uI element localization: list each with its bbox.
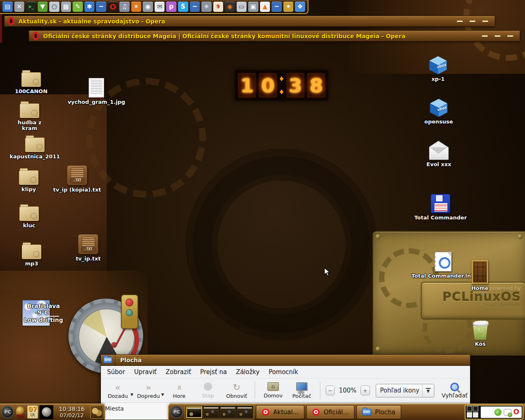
desktop-icon-mp3[interactable]: mp3 [13,244,50,267]
masks-icon[interactable] [90,405,103,419]
image-file-icon [89,78,104,98]
menu-file[interactable]: Súbor [103,367,130,377]
tools-icon[interactable]: ✕ [14,2,25,12]
desktop-icon-tv-ip[interactable]: .TXT tv_ip.txt [66,234,111,262]
menu-help[interactable]: Pomocník [264,367,303,377]
screenshot-icon[interactable]: ◉ [143,2,153,12]
pager-desktop-1[interactable] [186,406,202,418]
printer-icon[interactable]: ▭ [237,2,247,12]
taskbar-item-oficialni[interactable]: O Oficiál... [306,405,354,419]
menu-bookmarks[interactable]: Záložky [231,367,264,377]
resource-monitor-icon[interactable]: ~ [190,2,200,12]
system-monitor-icon[interactable]: ~ [96,2,106,12]
show-desktop-grid-icon[interactable] [466,406,479,419]
notes-editor-icon[interactable]: ✎ [73,2,83,12]
opera-window-2-titlebar[interactable]: Oficiální české stránky distribuce Magei… [29,30,520,41]
forward-dropdown-arrow[interactable]: ▼ [161,393,164,397]
gramophone-icon[interactable] [15,406,26,419]
reload-button[interactable]: ↻ Obnoviť [222,380,251,401]
side-pane-places[interactable]: Miesta [101,403,167,420]
computer-button[interactable]: Počítač [288,380,316,401]
desktop-icon-hudba-z-kram[interactable]: hudba z kram [10,103,49,131]
minimize-button[interactable] [457,21,463,22]
gears-settings-icon[interactable]: ✳ [201,2,212,12]
desktop-icon-trash[interactable]: ↻ Kôš [462,322,499,347]
stop-button[interactable]: Stop [194,380,222,401]
desktop-icon-label: mp3 [13,261,50,267]
terminal-icon[interactable]: >_ [26,2,36,12]
movie-music-icon[interactable]: ♫ [119,2,130,12]
calculator-icon[interactable]: ▦ [61,2,71,12]
pager-desktop-4[interactable] [237,406,253,418]
desktop-icon-vychod-gram[interactable]: vychod_gram_1.jpg [66,78,126,105]
mail-icon[interactable]: ✉ [155,2,165,12]
package-installer-icon[interactable]: ▼ [38,2,48,12]
desktop-icon-kluc[interactable]: kluc [11,206,48,228]
back-button[interactable]: « Dozadu [103,380,132,401]
folder-icon [20,103,39,118]
zoom-out-button[interactable]: − [326,386,335,395]
messenger-tray-icon[interactable] [504,409,511,415]
pidgin-icon[interactable]: p [166,2,176,12]
pager-desktop-2[interactable] [203,406,219,418]
network-places-icon[interactable]: ❖ [295,2,305,12]
desktop-icon-xp-1[interactable]: vbox xp-1 [420,56,457,82]
opera-window-1-titlebar[interactable]: Aktuality.sk - aktuálne spravodajstvo - … [4,16,495,27]
up-button[interactable]: » Hore [165,380,194,401]
network-monitor-icon[interactable]: ~ [272,2,282,12]
update-notifier-icon[interactable]: ✓ [494,409,502,416]
file-manager-icon[interactable]: ▤ [2,2,13,12]
desktop-icon-kapustnica[interactable]: kapustnica_2011 [8,137,62,160]
opera-browser-icon[interactable]: O [108,2,118,12]
menu-edit[interactable]: Upraviť [130,367,161,377]
close-button[interactable] [507,35,513,37]
pc-menu-button[interactable]: PC [170,406,183,418]
nixie-tube: 1 [237,72,257,98]
eye-viewer-icon[interactable]: ◉ [225,2,235,12]
menu-view[interactable]: Zobraziť [161,367,196,377]
desktop-icon-label: tv_ip.txt [66,256,111,262]
back-dropdown-arrow[interactable]: ▼ [130,393,133,397]
search-button[interactable]: Vyhľadať [442,383,468,399]
window-snapshot-icon[interactable]: ▣ [248,2,258,12]
file-manager-titlebar[interactable]: Plocha [101,355,470,366]
desktop-icon-total-commander[interactable]: Total Commander [413,194,468,221]
desktop-icon-tv-ip-kopia[interactable]: .TXT tv_ip (kópia).txt [49,165,105,193]
forward-button[interactable]: » Dopredu [134,380,163,401]
view-mode-select[interactable]: Pohľad ikony ▼ [376,384,434,397]
config-tool-icon[interactable]: ✱ [84,2,95,12]
taskbar-main-panel: PC O Aktual... O Oficiál... Plocha ✓ O [168,404,525,420]
clock-date: 07/02/12 [55,412,89,418]
minimize-button[interactable] [482,35,488,37]
taskbar-item-aktuality[interactable]: O Aktual... [256,405,304,419]
home-button[interactable]: Domov [259,380,288,401]
pager-desktop-3[interactable] [220,406,236,418]
media-player-icon[interactable]: ✶ [131,2,142,12]
desktop-icon-100canon[interactable]: 100CANON [12,72,50,94]
pc-menu-button[interactable]: PC [1,406,14,418]
calendar-widget[interactable]: 07 Ut [27,405,38,419]
skype-icon[interactable]: S [178,2,188,12]
vbox-cube-icon: vbox [429,98,448,117]
door-icon [472,260,488,284]
desktop-icon-opensuse[interactable]: vbox opensuse [419,98,458,125]
taskbar-item-plocha[interactable]: Plocha [356,405,401,419]
maximize-button[interactable] [495,35,500,37]
search-icon[interactable]: ○ [49,2,59,12]
desktop-icon-klipy[interactable]: klipy [10,170,47,192]
calendar-icon[interactable]: 9 [213,2,224,12]
vlc-icon[interactable]: ▲ [260,2,270,12]
opera-tray-icon[interactable]: O [514,409,519,415]
forward-icon: » [146,382,151,393]
close-button[interactable] [482,21,488,22]
desktop-icon-home[interactable]: Home [461,260,498,291]
calendar-weekday: Ut [27,413,38,417]
desktop-icon-label: Home [461,285,498,291]
desktop-icon-evol-xxx[interactable]: Evol xxx [420,147,457,167]
lock-screen-icon[interactable]: ✦ [283,2,294,12]
floppy-disk-icon [431,194,450,213]
zoom-in-button[interactable]: + [361,386,370,395]
desktop-icon-label: opensuse [419,119,458,125]
menu-go[interactable]: Prejsť na [196,367,231,377]
maximize-button[interactable] [470,21,475,22]
